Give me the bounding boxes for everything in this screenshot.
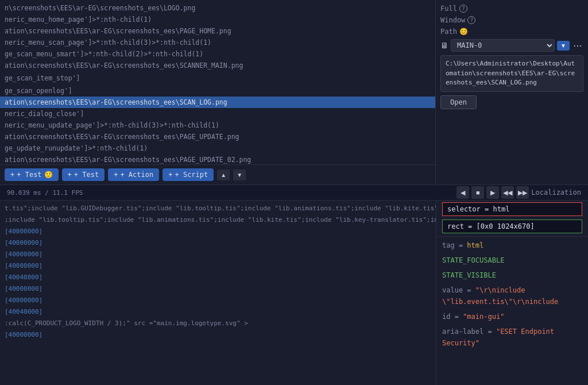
full-help-icon[interactable]: ?: [459, 5, 467, 13]
selector-row: [436, 201, 588, 218]
bottom-code-line: [40040800]: [0, 272, 436, 283]
main-select-row: 🖥 MAIN-0 ▼ ⋯: [440, 39, 583, 52]
code-line[interactable]: ation\screenshots\EES\ar-EG\screenshots_…: [0, 25, 435, 37]
fps-display: 90.039 ms / 11.1 FPS: [7, 189, 83, 197]
status-icon-btn-3[interactable]: ▶: [486, 186, 499, 199]
arrow-down-btn[interactable]: ▼: [233, 170, 246, 180]
bottom-code-line: [40040000]: [0, 306, 436, 318]
rect-row: [436, 218, 588, 235]
test-label-2: + Test: [74, 171, 99, 179]
tag-value: html: [467, 241, 483, 249]
localization-label: Localization: [531, 188, 581, 197]
code-line[interactable]: ation\screenshots\EES\ar-EG\screenshots_…: [0, 131, 435, 143]
full-label: Full ?: [440, 5, 468, 13]
code-line[interactable]: neric_menu_scan_page']>*:nth-child(3)>*:…: [0, 37, 435, 48]
bottom-code-line: [40000000]: [0, 226, 436, 237]
main-select-area: 🖥 MAIN-0 ▼ ⋯: [440, 39, 583, 52]
aria-row: aria-label = "ESET Endpoint Security": [436, 324, 588, 351]
id-value: "main-gui": [463, 313, 504, 321]
code-line[interactable]: ation\screenshots\EES\ar-EG\screenshots_…: [0, 154, 435, 164]
state-focusable: STATE_FOCUSABLE: [442, 256, 504, 264]
code-line[interactable]: ation\screenshots\EES\ar-EG\screenshots_…: [0, 60, 435, 71]
dropdown-arrow-btn[interactable]: ▼: [557, 41, 570, 51]
bottom-code-line: t.tis";include "lib.GUIDebugger.tis";inc…: [0, 203, 436, 214]
state2-row: STATE_VISIBLE: [436, 268, 588, 283]
monitor-icon: 🖥: [440, 41, 448, 50]
status-icon-btn-5[interactable]: ▶▶: [516, 186, 529, 199]
action-btn[interactable]: + + Action: [108, 168, 159, 181]
plus-icon-1: +: [10, 171, 14, 179]
code-line[interactable]: neric_menu_update_page']>*:nth-child(3)>…: [0, 120, 435, 131]
path-emoji-icon: 😊: [459, 28, 468, 36]
script-btn[interactable]: + + Script: [163, 168, 214, 181]
code-line[interactable]: ge_update_runupdate']>*:nth-child(1): [0, 143, 435, 154]
top-section: n\screenshots\EES\ar-EG\screenshots_ees\…: [0, 0, 588, 184]
state1-row: STATE_FOCUSABLE: [436, 253, 588, 268]
window-row: Window ?: [440, 16, 583, 24]
bottom-code-line: [40000000]: [0, 283, 436, 295]
code-line[interactable]: ge_scan_item_stop']: [0, 72, 435, 84]
code-list[interactable]: n\screenshots\EES\ar-EG\screenshots_ees\…: [0, 0, 435, 164]
emoji-icon-1: 🙂: [44, 171, 53, 179]
full-row: Full ?: [440, 5, 583, 13]
left-panel: n\screenshots\EES\ar-EG\screenshots_ees\…: [0, 0, 436, 184]
bottom-section: t.tis";include "lib.GUIDebugger.tis";inc…: [0, 201, 588, 385]
tag-label: tag = html: [442, 241, 483, 249]
status-icon-btn-1[interactable]: ◀: [457, 186, 469, 199]
aria-label-row: aria-label = "ESET Endpoint Security": [442, 328, 554, 347]
open-btn[interactable]: Open: [440, 95, 477, 109]
bottom-code-line: :calc(C_PRODUCT_LOGO_WIDTH / 3);" src ="…: [0, 318, 436, 329]
bottom-code-line: ;include "lib.tooltip.tis";include "lib.…: [0, 214, 436, 226]
state-visible: STATE_VISIBLE: [442, 271, 496, 279]
window-label: Window ?: [440, 16, 475, 24]
window-help-icon[interactable]: ?: [467, 16, 475, 24]
test-btn-2[interactable]: + + Test: [62, 168, 105, 181]
path-display: C:\Users\Administrator\Desktop\Automatio…: [440, 55, 583, 92]
value-label: value = "\r\ninclude \"lib.event.tis\"\r…: [442, 286, 558, 306]
test-label-1: + Test: [17, 171, 41, 179]
code-line[interactable]: ge_scan_openlog']: [0, 85, 435, 97]
status-icon-btn-2[interactable]: ■: [471, 186, 484, 199]
plus-icon-2: +: [68, 171, 72, 179]
main-select[interactable]: MAIN-0: [451, 39, 555, 52]
bottom-code-line: [40000000]: [0, 237, 436, 249]
plus-icon-4: +: [168, 171, 172, 179]
value-row: value = "\r\ninclude \"lib.event.tis\"\r…: [436, 283, 588, 309]
id-label: id = "main-gui": [442, 313, 504, 321]
bottom-code-line: [40000000]: [0, 249, 436, 260]
inspector-separator-1: [436, 236, 588, 237]
id-row: id = "main-gui": [436, 309, 588, 324]
path-row: Path 😊: [440, 28, 583, 36]
tag-row: tag = html: [436, 238, 588, 253]
test-btn-1[interactable]: + + Test 🙂: [5, 168, 59, 181]
bottom-code-line: [40000000]: [0, 329, 436, 341]
bottom-left-panel: t.tis";include "lib.GUIDebugger.tis";inc…: [0, 201, 436, 385]
code-line[interactable]: ation\screenshots\EES\ar-EG\screenshots_…: [0, 97, 435, 108]
action-label: + Action: [120, 171, 153, 179]
script-label: + Script: [175, 171, 208, 179]
arrow-up-btn[interactable]: ▲: [217, 170, 230, 180]
code-line[interactable]: ge_scan_menu_smart']>*:nth-child(2)>*:nt…: [0, 48, 435, 60]
path-label: Path 😊: [440, 28, 468, 36]
status-icon-btn-4[interactable]: ◀◀: [501, 186, 514, 199]
code-line[interactable]: n\screenshots\EES\ar-EG\screenshots_ees\…: [0, 2, 435, 14]
right-panel: Full ? Window ? Path 😊 🖥 MAIN-0 ▼: [436, 0, 588, 184]
status-bar: 90.039 ms / 11.1 FPS ◀ ■ ▶ ◀◀ ▶▶ Localiz…: [0, 184, 588, 201]
bottom-code-line: [40000000]: [0, 260, 436, 272]
plus-icon-3: +: [114, 171, 118, 179]
more-options-btn[interactable]: ⋯: [572, 40, 583, 51]
status-icons: ◀ ■ ▶ ◀◀ ▶▶ Localization: [457, 186, 581, 199]
code-line[interactable]: neric_dialog_close']: [0, 108, 435, 120]
bottom-code-line: [40000000]: [0, 295, 436, 306]
rect-input[interactable]: [442, 220, 582, 233]
code-line[interactable]: neric_menu_home_page']>*:nth-child(1): [0, 14, 435, 25]
left-toolbar: + + Test 🙂 + + Test + + Action + + Scrip…: [0, 164, 435, 184]
inspector-panel: tag = html STATE_FOCUSABLE STATE_VISIBLE…: [436, 201, 588, 385]
selector-input[interactable]: [442, 202, 582, 216]
